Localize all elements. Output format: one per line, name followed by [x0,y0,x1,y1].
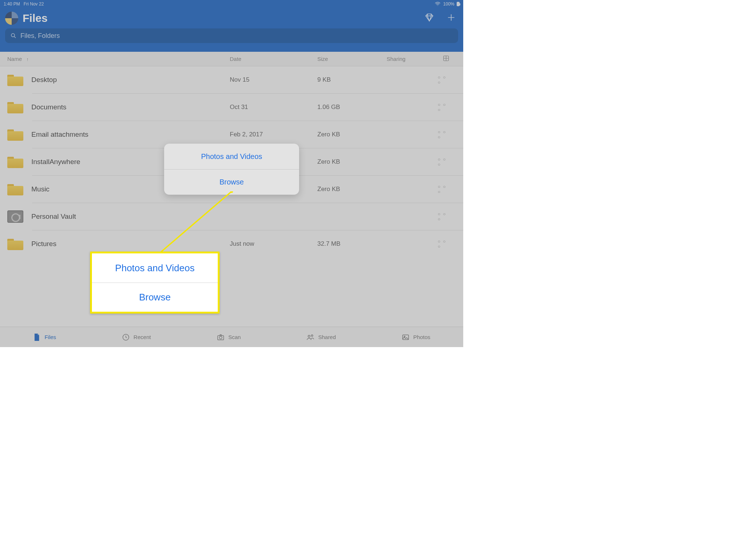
row-more-button[interactable]: ○ ○ ○ [438,102,449,112]
table-row[interactable]: Personal Vault○ ○ ○ [0,203,463,230]
tab-shared[interactable]: Shared [306,333,336,341]
camera-icon [217,333,225,341]
add-popover: Photos and Videos Browse [164,144,299,195]
row-size: 1.06 GB [317,104,387,111]
grid-view-icon [443,55,449,62]
table-row[interactable]: DocumentsOct 311.06 GB○ ○ ○ [0,94,463,121]
status-time: 1:40 PM [4,1,20,7]
status-date: Fri Nov 22 [24,1,44,7]
row-name: Pictures [31,240,57,248]
page-title: Files [23,12,47,24]
row-more-button[interactable]: ○ ○ ○ [438,239,449,249]
title-row: Files [0,8,463,28]
more-icon: ○ ○ ○ [438,102,449,112]
row-date: Oct 31 [230,104,317,111]
tab-files[interactable]: Files [33,333,56,341]
tab-scan[interactable]: Scan [217,333,241,341]
tab-bar: Files Recent Scan Shared Photos [0,327,463,347]
tab-recent[interactable]: Recent [122,333,151,341]
status-bar: 1:40 PM Fri Nov 22 100% [0,0,463,8]
row-more-button[interactable]: ○ ○ ○ [438,129,449,140]
vault-icon [7,210,23,223]
row-name: Desktop [31,76,57,84]
app-logo-icon [5,12,18,25]
row-size: Zero KB [317,131,387,138]
column-name-label: Name [7,56,22,62]
column-name[interactable]: Name ↑ [7,56,230,62]
add-button[interactable] [446,13,456,24]
row-name: InstallAnywhere [31,158,80,166]
row-date: Just now [230,240,317,248]
tab-files-label: Files [44,334,56,340]
column-sharing[interactable]: Sharing [387,56,438,62]
tab-photos-label: Photos [413,334,430,340]
image-icon [402,333,410,341]
premium-button[interactable] [425,13,434,24]
tab-shared-label: Shared [318,334,336,340]
popover-browse[interactable]: Browse [164,169,299,195]
folder-icon [7,74,23,86]
table-row[interactable]: DesktopNov 159 KB○ ○ ○ [0,66,463,93]
svg-point-4 [219,336,222,339]
row-more-button[interactable]: ○ ○ ○ [438,211,449,222]
more-icon: ○ ○ ○ [438,75,449,85]
file-icon [33,333,41,341]
search-icon [10,32,17,39]
column-date[interactable]: Date [230,56,317,62]
diamond-icon [425,13,434,22]
tab-scan-label: Scan [228,334,241,340]
row-size: 9 KB [317,76,387,83]
popover-photos-videos[interactable]: Photos and Videos [164,144,299,169]
more-icon: ○ ○ ○ [438,239,449,249]
wifi-icon [434,1,441,7]
tab-photos[interactable]: Photos [402,333,430,341]
battery-icon [457,2,460,6]
folder-icon [7,101,23,113]
row-size: Zero KB [317,186,387,193]
app-root: 1:40 PM Fri Nov 22 100% Files [0,0,463,347]
people-icon [306,333,314,341]
svg-point-5 [308,335,310,337]
sort-ascending-icon: ↑ [26,57,29,62]
tab-recent-label: Recent [133,334,151,340]
folder-icon [7,156,23,168]
row-more-button[interactable]: ○ ○ ○ [438,75,449,85]
search-input[interactable]: Files, Folders [5,28,458,43]
svg-point-0 [11,34,15,37]
column-size[interactable]: Size [317,56,387,62]
row-size: Zero KB [317,158,387,166]
search-placeholder: Files, Folders [20,32,60,40]
callout-photos-videos: Photos and Videos [92,253,218,283]
more-icon: ○ ○ ○ [438,129,449,140]
svg-point-6 [311,335,313,336]
row-name: Email attachments [31,131,88,139]
more-icon: ○ ○ ○ [438,211,449,222]
column-header: Name ↑ Date Size Sharing [0,52,463,66]
row-more-button[interactable]: ○ ○ ○ [438,184,449,194]
row-name: Music [31,185,50,193]
row-date: Nov 15 [230,76,317,83]
status-battery-pct: 100% [443,1,454,7]
row-more-button[interactable]: ○ ○ ○ [438,157,449,167]
row-date: Feb 2, 2017 [230,131,317,138]
folder-icon [7,183,23,195]
more-icon: ○ ○ ○ [438,157,449,167]
folder-icon [7,128,23,141]
view-toggle-button[interactable] [438,55,449,63]
plus-icon [446,13,456,22]
table-row[interactable]: PicturesJust now32.7 MB○ ○ ○ [0,230,463,257]
row-name: Documents [31,103,66,111]
header: 1:40 PM Fri Nov 22 100% Files [0,0,463,52]
more-icon: ○ ○ ○ [438,184,449,194]
row-size: 32.7 MB [317,240,387,248]
row-name: Personal Vault [31,213,76,221]
callout-browse: Browse [92,283,218,312]
annotation-callout: Photos and Videos Browse [90,252,220,314]
clock-icon [122,333,130,341]
folder-icon [7,238,23,250]
